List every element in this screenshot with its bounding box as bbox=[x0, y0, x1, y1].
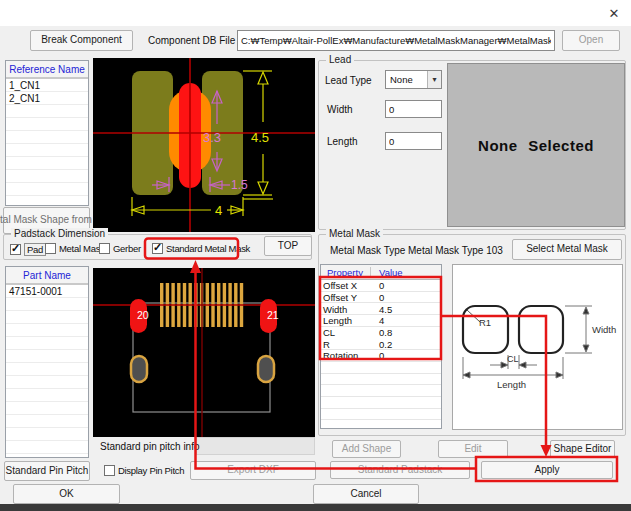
pin-pitch-info-label: Standard pin pitch info bbox=[100, 441, 200, 452]
pad-21-label: 21 bbox=[267, 309, 279, 321]
pin-pitch-info-field bbox=[196, 437, 315, 455]
select-metal-mask-button[interactable]: Select Metal Mask bbox=[512, 239, 622, 260]
table-row[interactable]: Offset Y0 bbox=[321, 292, 441, 304]
standard-padstack-button[interactable]: Standard Padstack bbox=[330, 461, 470, 479]
property-column-header[interactable]: Property bbox=[321, 267, 371, 278]
table-row[interactable]: CL0.8 bbox=[321, 327, 441, 339]
chevron-down-icon[interactable]: ▾ bbox=[427, 71, 441, 88]
reference-name-list[interactable]: Reference Name 1_CN1 2_CN1 bbox=[5, 60, 89, 206]
mount-hole-right bbox=[258, 356, 274, 382]
lead-length-label: Length bbox=[327, 136, 358, 147]
dim-4-label: 4 bbox=[215, 203, 222, 218]
mount-hole-left bbox=[131, 356, 147, 382]
title-bar bbox=[0, 0, 631, 26]
dim-1-5-label: 1.5 bbox=[231, 178, 248, 192]
gerber-checkbox[interactable]: Gerber bbox=[99, 243, 141, 254]
export-dxf-button[interactable]: Export DXF bbox=[190, 461, 316, 480]
cancel-button[interactable]: Cancel bbox=[313, 484, 419, 504]
part-name-list[interactable]: Part Name 47151-0001 bbox=[5, 266, 89, 458]
width-dimension bbox=[565, 306, 592, 353]
standard-pin-pitch-button[interactable]: Standard Pin Pitch bbox=[4, 461, 90, 481]
metal-mask-manager-dialog: ✕ Break Component Component DB File Open… bbox=[0, 0, 631, 511]
table-row[interactable]: Width4.5 bbox=[321, 303, 441, 315]
dim-3-3-label: 3.3 bbox=[203, 130, 221, 145]
standard-metal-mask-checkbox[interactable]: Standard Metal Mask bbox=[152, 243, 250, 254]
lead-type-value: None bbox=[386, 74, 427, 85]
metal-mask-group-title: Metal Mask bbox=[326, 228, 383, 239]
metal-mask-checkbox-label: Metal Mask bbox=[59, 243, 105, 254]
component-db-file-label: Component DB File bbox=[148, 35, 235, 46]
metal-mask-shape-diagram: R1 Width CL Length bbox=[452, 264, 623, 430]
screen-edge-strip bbox=[0, 504, 631, 511]
standard-metal-mask-checkbox-label: Standard Metal Mask bbox=[166, 243, 250, 254]
display-pin-pitch-checkbox[interactable]: Display Pin Pitch bbox=[104, 465, 184, 476]
pad-checkbox-label: Pad bbox=[24, 243, 46, 256]
edit-button[interactable]: Edit bbox=[438, 440, 508, 458]
pad-checkbox[interactable]: Pad bbox=[10, 243, 46, 256]
none-selected-text: None Selected bbox=[478, 137, 594, 154]
close-icon[interactable]: ✕ bbox=[603, 4, 625, 23]
dim-4-lines bbox=[132, 197, 243, 216]
table-row[interactable]: Length4 bbox=[321, 315, 441, 327]
diagram-square-right bbox=[519, 306, 563, 353]
pad-20-label: 20 bbox=[137, 309, 149, 321]
gerber-checkbox-label: Gerber bbox=[113, 243, 141, 254]
add-shape-button[interactable]: Add Shape bbox=[332, 440, 401, 458]
table-row[interactable]: Rotation0 bbox=[321, 350, 441, 362]
part-name-header[interactable]: Part Name bbox=[6, 267, 88, 285]
lead-group-title: Lead bbox=[326, 54, 354, 65]
open-button[interactable]: Open bbox=[562, 30, 620, 51]
metal-mask-property-table[interactable]: Property Value Offset X0 Offset Y0 Width… bbox=[320, 264, 442, 429]
reference-item[interactable]: 1_CN1 bbox=[6, 79, 88, 92]
metal-mask-type-value: Metal Mask Type 103 bbox=[408, 245, 503, 256]
metal-mask-checkbox[interactable]: Metal Mask bbox=[45, 243, 105, 254]
table-row[interactable]: Offset X0 bbox=[321, 280, 441, 292]
metal-mask-type-label: Metal Mask Type bbox=[330, 245, 405, 256]
reference-item[interactable]: 2_CN1 bbox=[6, 92, 88, 105]
cl-label: CL bbox=[507, 354, 519, 364]
display-pin-pitch-label: Display Pin Pitch bbox=[118, 465, 184, 476]
dim-4-5-label: 4.5 bbox=[251, 130, 269, 145]
pad-preview-canvas[interactable]: 4.5 4 3.3 1.5 bbox=[93, 58, 315, 232]
value-column-header[interactable]: Value bbox=[371, 267, 403, 278]
apply-button[interactable]: Apply bbox=[481, 461, 613, 479]
component-db-path-input[interactable] bbox=[237, 30, 555, 51]
component-preview-canvas[interactable]: 20 21 bbox=[93, 268, 315, 437]
lead-preview-panel: None Selected bbox=[447, 63, 625, 227]
reference-name-header[interactable]: Reference Name bbox=[6, 61, 88, 79]
width-label: Width bbox=[592, 324, 616, 335]
top-button[interactable]: TOP bbox=[264, 236, 312, 256]
table-row[interactable]: R0.2 bbox=[321, 338, 441, 350]
lead-width-label: Width bbox=[327, 104, 353, 115]
lead-length-input[interactable] bbox=[385, 132, 442, 150]
part-item[interactable]: 47151-0001 bbox=[6, 285, 88, 298]
padstack-dimension-title: Padstack Dimension bbox=[11, 228, 108, 239]
lead-type-dropdown[interactable]: None ▾ bbox=[385, 70, 442, 89]
lead-width-input[interactable] bbox=[385, 100, 442, 118]
break-component-button[interactable]: Break Component bbox=[30, 30, 133, 51]
length-label: Length bbox=[497, 379, 526, 390]
shape-editor-button[interactable]: Shape Editor bbox=[550, 440, 615, 458]
ok-button[interactable]: OK bbox=[13, 484, 120, 504]
lead-type-label: Lead Type bbox=[325, 75, 372, 86]
r1-label: R1 bbox=[479, 317, 491, 328]
